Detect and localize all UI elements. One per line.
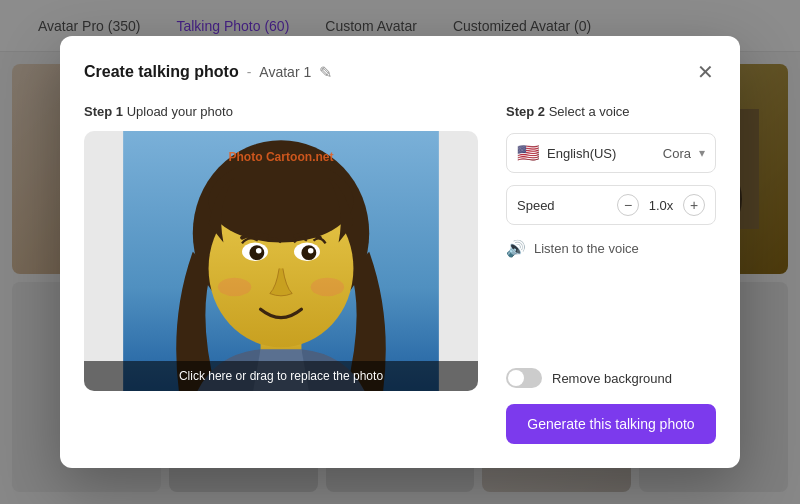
speed-value: 1.0x [647,198,675,213]
svg-text:Photo Cartoon.net: Photo Cartoon.net [228,150,333,164]
speaker-icon: 🔊 [506,239,526,258]
modal-title: Create talking photo [84,63,239,81]
modal-title-separator: - [247,64,252,80]
step-1-label: Step 1 Upload your photo [84,104,478,119]
svg-point-17 [256,248,262,254]
remove-bg-toggle[interactable] [506,368,542,388]
flag-icon: 🇺🇸 [517,142,539,164]
step-1-section: Step 1 Upload your photo [84,104,478,444]
close-button[interactable]: ✕ [695,60,716,84]
generate-talking-photo-button[interactable]: Generate this talking photo [506,404,716,444]
chevron-down-icon: ▾ [699,146,705,160]
speed-controls: − 1.0x + [617,194,705,216]
voice-name: Cora [663,146,691,161]
listen-voice-row[interactable]: 🔊 Listen to the voice [506,239,716,258]
modal-header: Create talking photo - Avatar 1 ✎ ✕ [84,60,716,84]
svg-point-19 [218,278,251,297]
remove-background-row: Remove background [506,368,716,388]
svg-point-12 [209,159,354,243]
voice-selector[interactable]: 🇺🇸 English(US) Cora ▾ [506,133,716,173]
speed-increase-button[interactable]: + [683,194,705,216]
step-2-section: Step 2 Select a voice 🇺🇸 English(US) Cor… [506,104,716,444]
modal-content: Step 1 Upload your photo [84,104,716,444]
step-2-label: Step 2 Select a voice [506,104,716,119]
listen-label: Listen to the voice [534,241,639,256]
speed-control: Speed − 1.0x + [506,185,716,225]
voice-language: English(US) [547,146,655,161]
photo-upload-area[interactable]: Photo Cartoon.net Click here or drag to … [84,131,478,391]
modal-avatar-name: Avatar 1 [259,64,311,80]
svg-point-18 [308,248,314,254]
svg-point-20 [311,278,344,297]
speed-decrease-button[interactable]: − [617,194,639,216]
speed-label: Speed [517,198,617,213]
create-talking-photo-modal: Create talking photo - Avatar 1 ✎ ✕ Step… [60,36,740,468]
modal-title-group: Create talking photo - Avatar 1 ✎ [84,63,332,82]
remove-bg-label: Remove background [552,371,672,386]
photo-hint: Click here or drag to replace the photo [84,361,478,391]
edit-icon[interactable]: ✎ [319,63,332,82]
